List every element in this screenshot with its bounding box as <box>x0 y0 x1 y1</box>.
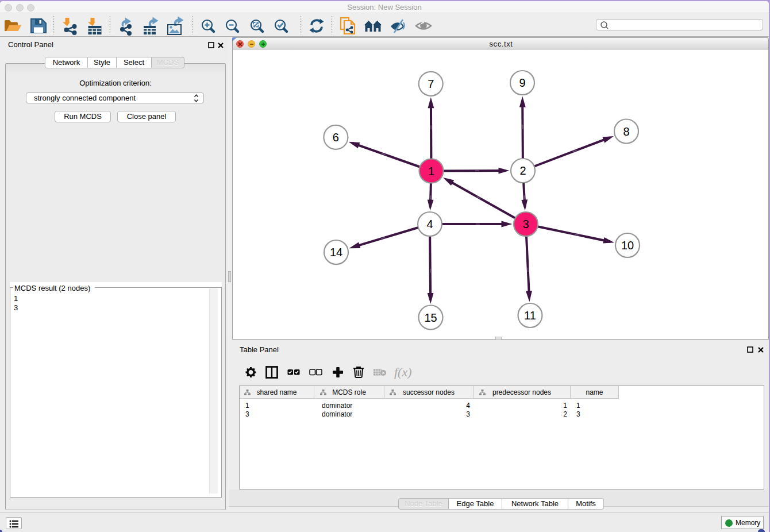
svg-text:11: 11 <box>524 309 536 322</box>
svg-text:10: 10 <box>621 239 634 252</box>
svg-text:7: 7 <box>428 78 434 90</box>
svg-text:2: 2 <box>519 164 526 177</box>
svg-text:8: 8 <box>623 125 629 138</box>
svg-text:4: 4 <box>426 218 433 230</box>
svg-text:15: 15 <box>424 311 437 324</box>
svg-text:6: 6 <box>333 131 339 144</box>
svg-text:f(x): f(x) <box>394 365 412 379</box>
svg-text:14: 14 <box>330 246 342 259</box>
svg-text:3: 3 <box>522 218 529 230</box>
svg-text:1: 1 <box>428 165 434 178</box>
svg-text:9: 9 <box>519 76 525 89</box>
